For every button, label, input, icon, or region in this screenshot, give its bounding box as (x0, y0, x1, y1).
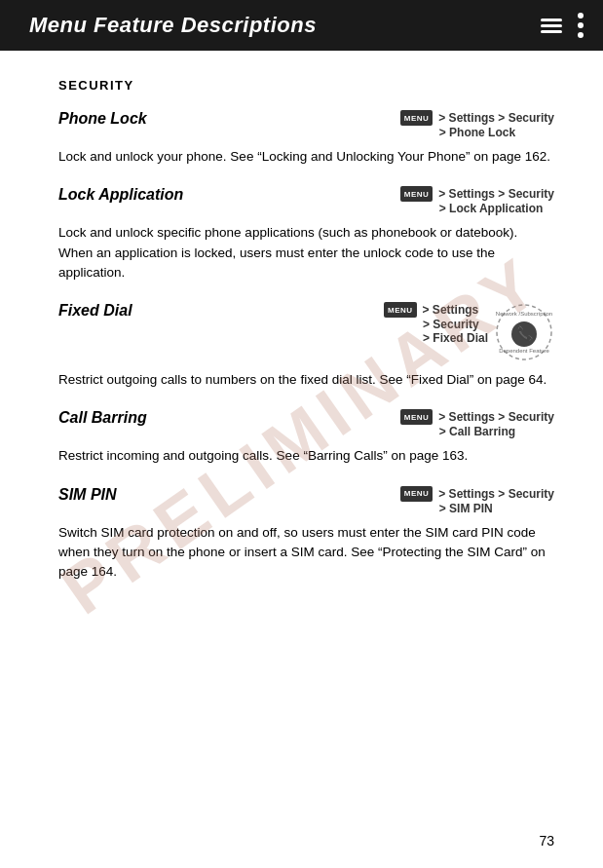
breadcrumb-line-4-0: MENU> Settings > Security (400, 486, 554, 502)
page-title: Menu Feature Descriptions (29, 13, 317, 38)
breadcrumb-line-4-1: > SIM PIN (400, 502, 493, 515)
breadcrumb-line-2-0: MENU> Settings (384, 302, 478, 318)
breadcrumb-text-4-0: > Settings > Security (438, 487, 554, 501)
breadcrumb-sim-pin: MENU> Settings > Security> SIM PIN (400, 486, 554, 515)
feature-desc-fixed-dial: Restrict outgoing calls to numbers on th… (58, 370, 554, 390)
features-list: Phone LockMENU> Settings > Security> Pho… (58, 110, 554, 582)
breadcrumb-line-2-1: > Security (384, 318, 479, 331)
breadcrumb-line-1-1: > Lock Application (400, 202, 544, 215)
feature-header-sim-pin: SIM PINMENU> Settings > Security> SIM PI… (58, 486, 554, 515)
breadcrumb-text-1-1: > Lock Application (439, 202, 544, 215)
feature-name-lock-application: Lock Application (58, 186, 214, 204)
svg-text:Dependent Feature: Dependent Feature (499, 348, 549, 354)
feature-fixed-dial: Fixed DialMENU> Settings> Security> Fixe… (58, 302, 554, 390)
breadcrumb-phone-lock: MENU> Settings > Security> Phone Lock (400, 110, 554, 139)
breadcrumb-line-2-2: > Fixed Dial (384, 331, 488, 345)
section-title: Security (58, 78, 554, 93)
breadcrumb-text-3-0: > Settings > Security (438, 410, 554, 424)
menu-icon: MENU (400, 110, 433, 126)
feature-header-phone-lock: Phone LockMENU> Settings > Security> Pho… (58, 110, 554, 139)
list-icon (541, 19, 562, 33)
menu-icon: MENU (384, 302, 417, 318)
breadcrumb-text-4-1: > SIM PIN (439, 502, 493, 515)
feature-desc-sim-pin: Switch SIM card protection on and off, s… (58, 523, 554, 583)
page-header: Menu Feature Descriptions (0, 0, 603, 51)
breadcrumb-line-3-1: > Call Barring (400, 425, 515, 438)
page-number: 73 (539, 833, 554, 849)
feature-header-lock-application: Lock ApplicationMENU> Settings > Securit… (58, 186, 554, 215)
breadcrumb-text-1-0: > Settings > Security (438, 187, 554, 201)
feature-call-barring: Call BarringMENU> Settings > Security> C… (58, 409, 554, 466)
breadcrumb-text-2-1: > Security (423, 318, 479, 331)
network-badge-svg: Network /Subscription Dependent Feature … (494, 302, 554, 362)
breadcrumb-lock-application: MENU> Settings > Security> Lock Applicat… (400, 186, 554, 215)
feature-header-call-barring: Call BarringMENU> Settings > Security> C… (58, 409, 554, 438)
network-badge: Network /Subscription Dependent Feature … (494, 302, 554, 362)
breadcrumb-line-1-0: MENU> Settings > Security (400, 186, 554, 202)
feature-desc-call-barring: Restrict incoming and outgoing calls. Se… (58, 446, 554, 466)
svg-text:📞: 📞 (516, 325, 534, 342)
breadcrumb-call-barring: MENU> Settings > Security> Call Barring (400, 409, 554, 438)
feature-name-call-barring: Call Barring (58, 409, 214, 427)
feature-lock-application: Lock ApplicationMENU> Settings > Securit… (58, 186, 554, 283)
dots-icon (578, 13, 584, 38)
breadcrumb-line-0-1: > Phone Lock (400, 126, 515, 139)
feature-name-sim-pin: SIM PIN (58, 486, 214, 504)
feature-name-fixed-dial: Fixed Dial (58, 302, 214, 320)
breadcrumb-text-2-2: > Fixed Dial (423, 331, 488, 345)
main-content: Security Phone LockMENU> Settings > Secu… (0, 51, 603, 621)
feature-desc-lock-application: Lock and unlock specific phone applicati… (58, 223, 554, 283)
header-icons (541, 13, 584, 38)
breadcrumb-line-3-0: MENU> Settings > Security (400, 409, 554, 425)
breadcrumb-text-2-0: > Settings (423, 303, 479, 317)
svg-text:Network /Subscription: Network /Subscription (496, 311, 552, 317)
feature-desc-phone-lock: Lock and unlock your phone. See “Locking… (58, 147, 554, 167)
feature-name-phone-lock: Phone Lock (58, 110, 214, 128)
menu-icon: MENU (400, 409, 433, 425)
breadcrumb-text-0-0: > Settings > Security (438, 111, 554, 125)
feature-sim-pin: SIM PINMENU> Settings > Security> SIM PI… (58, 486, 554, 583)
feature-phone-lock: Phone LockMENU> Settings > Security> Pho… (58, 110, 554, 167)
menu-icon: MENU (400, 186, 433, 202)
breadcrumb-line-0-0: MENU> Settings > Security (400, 110, 554, 126)
breadcrumb-fixed-dial: MENU> Settings> Security> Fixed Dial (384, 302, 488, 345)
breadcrumb-text-3-1: > Call Barring (439, 425, 515, 438)
breadcrumb-text-0-1: > Phone Lock (439, 126, 515, 139)
menu-icon: MENU (400, 486, 433, 502)
feature-header-fixed-dial: Fixed DialMENU> Settings> Security> Fixe… (58, 302, 554, 362)
